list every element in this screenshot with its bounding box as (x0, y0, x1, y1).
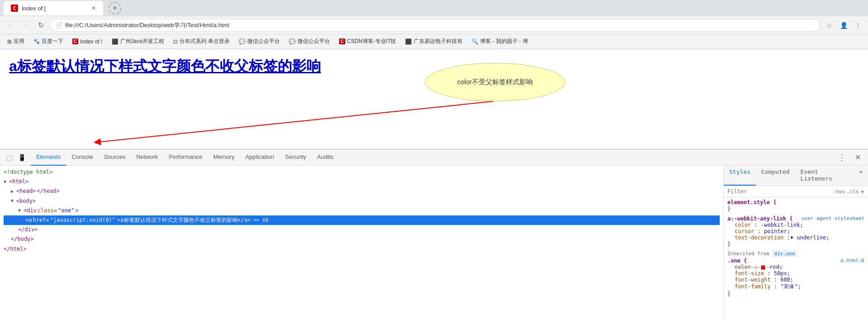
tab-title: Index of [ (22, 5, 46, 12)
dom-line-div-close: </div> (4, 225, 720, 234)
bookmark-baidu[interactable]: 🐾 百度一下 (30, 37, 67, 46)
inherited-from-label: Inherited from div.one (727, 251, 864, 257)
bookmark-apps[interactable]: ⊞ 应用 (4, 37, 28, 46)
security-icon: 📄 (56, 22, 62, 29)
bookmark-label: 微信公众平台 (297, 38, 330, 45)
tab-application[interactable]: Application (240, 149, 280, 166)
style-selector-one-row: .one { a.html:6 (727, 258, 864, 264)
styles-tabs: Styles Computed Event Listeners » (724, 166, 868, 186)
devtools-icons: ⬚ 📱 (4, 152, 27, 163)
blog-icon: 🔍 (472, 38, 478, 45)
inherited-tag-div[interactable]: div.one (772, 250, 797, 257)
dom-line-doctype: <!doctype html> (4, 167, 720, 177)
webkit-prop-cursor: cursor : pointer; (727, 228, 864, 234)
dom-div-close-brace: > (75, 206, 78, 215)
dom-triangle: ▶ (11, 188, 15, 195)
tab-favicon: C (11, 5, 18, 12)
dom-line-a-selected[interactable]: <a href= "javascript:void(0)" >a标签默认情况下样… (4, 215, 720, 225)
style-selector-element: element.style { (727, 199, 864, 205)
gd-icon: ⬛ (405, 38, 412, 45)
styles-filter-input[interactable] (727, 188, 831, 195)
main-heading-link[interactable]: a标签默认情况下样式文字颜色不收父标签的影响 (9, 58, 321, 74)
dom-head-close: </head> (37, 187, 60, 196)
forward-button[interactable]: → (19, 19, 32, 32)
navigation-toolbar: ← → ↻ 📄 file:///C:/Users/Administrator/D… (0, 16, 868, 34)
dom-body-tag: <body> (16, 197, 36, 205)
dom-a-text: >a标签默认情况下样式文字颜色不收父标签的影响</a> (117, 216, 250, 224)
bookmark-blog[interactable]: 🔍 博客 - 我的园子 - 博 (468, 37, 531, 46)
style-close-one: } (727, 291, 864, 297)
devtools-more-button[interactable]: ⋮ (834, 149, 849, 166)
devtools-device-button[interactable]: 📱 (16, 152, 27, 163)
reload-button[interactable]: ↻ (34, 19, 47, 32)
dom-href-value: "javascript:void(0)" (50, 216, 116, 224)
devtools-tabs: ⬚ 📱 Elements Console Sources Network Per… (0, 149, 868, 166)
tab-console[interactable]: Console (66, 149, 99, 166)
dom-a-tag: <a (25, 216, 32, 224)
one-prop-color: color : red; (727, 264, 864, 270)
bookmark-csdn[interactable]: C CSDN博客-专业IT技 (335, 37, 400, 46)
dom-line-div[interactable]: ▼ <div class= "one" > (4, 206, 720, 215)
menu-button[interactable]: ⋮ (852, 19, 864, 32)
styles-tab-event-listeners[interactable]: Event Listeners (795, 166, 854, 186)
one-prop-fontweight: font-weight : 600; (727, 277, 864, 283)
annotation-bubble: color不受父标签样式影响 (425, 63, 565, 101)
address-bar[interactable]: 📄 file:///C:/Users/Administrator/Desktop… (50, 19, 820, 32)
dom-triangle: ▼ (11, 197, 15, 205)
tab-close-button[interactable]: ✕ (91, 5, 96, 11)
back-button[interactable]: ← (4, 19, 16, 32)
dom-div-tag: <div (24, 206, 37, 215)
dom-class-attr: class= (38, 206, 57, 215)
styles-tab-more[interactable]: » (854, 166, 868, 186)
devtools-close-button[interactable]: ✕ (851, 149, 864, 166)
bookmark-wechat1[interactable]: 💬 微信公众平台 (235, 37, 283, 46)
bookmark-label: 广东易达电子科技有 (414, 38, 462, 45)
styles-add-button[interactable]: + (861, 188, 864, 195)
tab-security[interactable]: Security (279, 149, 311, 166)
bookmark-label: CSDN博客-专业IT技 (347, 38, 396, 45)
tab-sources[interactable]: Sources (99, 149, 131, 166)
styles-tab-computed[interactable]: Computed (756, 166, 795, 186)
dom-triangle: ▼ (4, 178, 8, 186)
bookmark-distributed[interactable]: ⊡ 分布式系列 单点登录 (170, 37, 233, 46)
wechat1-icon: 💬 (239, 38, 245, 45)
tab-performance[interactable]: Performance (163, 149, 208, 166)
dom-line-head[interactable]: ▶ <head> </head> (4, 186, 720, 196)
styles-tab-styles[interactable]: Styles (724, 166, 756, 186)
color-swatch-red (761, 265, 765, 270)
bookmarks-bar: ⊞ 应用 🐾 百度一下 C Index of / ⬛ 广州Java开发工程 ⊡ … (0, 34, 868, 49)
active-tab[interactable]: C Index of [ ✕ (4, 1, 103, 15)
bookmark-guangdong[interactable]: ⬛ 广东易达电子科技有 (401, 37, 466, 46)
tab-elements[interactable]: Elements (31, 149, 66, 166)
java-icon: ⬛ (112, 38, 118, 45)
bookmark-java[interactable]: ⬛ 广州Java开发工程 (108, 37, 168, 46)
tab-audits[interactable]: Audits (311, 149, 339, 166)
bookmark-label: 应用 (14, 38, 24, 45)
webkit-prop-color: color : -webkit-link; (727, 222, 864, 228)
styles-cls-button[interactable]: .cls (847, 189, 859, 195)
bookmark-star-button[interactable]: ☆ (823, 19, 835, 32)
one-prop-fontfamily: font-family : "宋体"; (727, 283, 864, 291)
index-icon: C (72, 38, 78, 44)
bookmark-label: 广州Java开发工程 (120, 38, 164, 45)
dom-html-tag: <html> (9, 177, 28, 186)
dom-panel: <!doctype html> ▼ <html> ▶ <head> </head… (0, 166, 723, 320)
dom-html-close-tag: </html> (4, 245, 27, 253)
bookmark-wechat2[interactable]: 💬 微信公众平台 (285, 37, 334, 46)
dom-line-body[interactable]: ▼ <body> (4, 196, 720, 206)
bookmark-index[interactable]: C Index of / (69, 38, 106, 46)
tab-memory[interactable]: Memory (208, 149, 240, 166)
page-viewport: a标签默认情况下样式文字颜色不收父标签的影响 color不受父标签样式影响 (0, 49, 868, 149)
styles-hov-button[interactable]: :hov (833, 189, 845, 195)
dom-doctype: <!doctype html> (4, 168, 52, 177)
wechat2-icon: 💬 (289, 38, 296, 45)
tab-network[interactable]: Network (131, 149, 164, 166)
dom-line-html: ▼ <html> (4, 177, 720, 186)
bubble-text: color不受父标签样式影响 (457, 78, 533, 86)
profile-button[interactable]: 👤 (837, 19, 850, 32)
baidu-icon: 🐾 (33, 38, 40, 44)
csdn-icon: C (339, 38, 345, 44)
new-tab-button[interactable]: + (108, 2, 121, 14)
dom-head-tag: <head> (16, 187, 36, 196)
devtools-inspect-button[interactable]: ⬚ (4, 152, 14, 163)
